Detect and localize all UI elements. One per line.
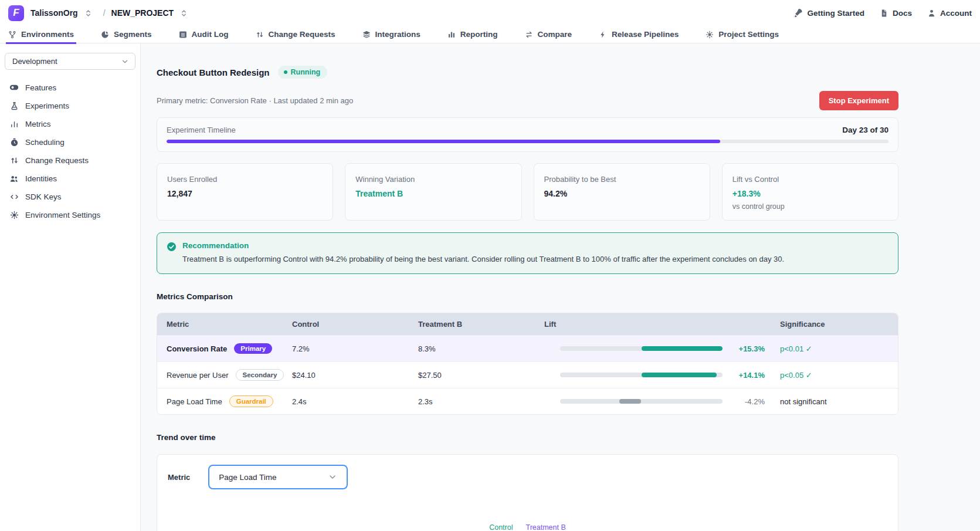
control-value: 2.4s — [292, 397, 418, 406]
stat-card-lift-vs-control: Lift vs Control +18.3% vs control group — [722, 163, 898, 221]
main-content: Checkout Button Redesign Running Primary… — [141, 43, 980, 531]
project-switcher-icon[interactable] — [179, 9, 188, 18]
significance-value: p<0.01 ✓ — [780, 344, 898, 353]
tab-label: Project Settings — [718, 30, 779, 39]
timeline-progress-fill — [167, 140, 720, 143]
top-bar: F TalissonOrg / NEW_PROJECT Getting Star… — [0, 0, 980, 26]
sidebar-item-label: Environment Settings — [25, 211, 100, 219]
gear-icon — [9, 211, 19, 219]
pie-icon — [101, 31, 109, 39]
tab-project-settings[interactable]: Project Settings — [706, 26, 779, 43]
sidebar-item-label: Features — [25, 83, 56, 92]
trend-chart-legend: Control Treatment B — [168, 523, 887, 531]
tab-label: Compare — [538, 30, 572, 39]
chevron-down-icon — [121, 58, 129, 66]
tab-integrations[interactable]: Integrations — [362, 26, 421, 43]
tab-compare[interactable]: Compare — [525, 26, 572, 43]
document-icon — [880, 9, 889, 18]
tab-segments[interactable]: Segments — [101, 26, 152, 43]
timeline-progress-track — [167, 140, 889, 143]
rocket-icon — [794, 8, 803, 18]
stat-label: Lift vs Control — [733, 175, 888, 184]
treatment-value: 8.3% — [418, 344, 544, 353]
sidebar-item-scheduling[interactable]: Scheduling — [5, 133, 135, 151]
tab-reporting[interactable]: Reporting — [447, 26, 498, 43]
getting-started-link[interactable]: Getting Started — [794, 8, 864, 18]
branch-icon — [8, 31, 16, 39]
app-logo[interactable]: F — [8, 5, 24, 21]
stat-label: Winning Variation — [355, 175, 511, 184]
legend-item-treatment-b[interactable]: Treatment B — [525, 523, 565, 531]
column-header-metric: Metric — [167, 320, 292, 329]
environment-selector-value: Development — [12, 57, 57, 66]
project-name[interactable]: NEW_PROJECT — [111, 8, 174, 18]
sidebar-item-label: Identities — [25, 174, 57, 183]
sidebar-item-sdk-keys[interactable]: SDK Keys — [5, 188, 135, 206]
metrics-comparison-heading: Metrics Comparison — [157, 292, 898, 301]
status-badge: Running — [278, 66, 328, 79]
status-dot-icon — [284, 70, 287, 74]
pull-request-icon — [9, 156, 19, 165]
recommendation-body: Treatment B is outperforming Control wit… — [182, 254, 784, 265]
sidebar-item-experiments[interactable]: Experiments — [5, 97, 135, 115]
lift-bar-fill — [642, 346, 723, 351]
org-name[interactable]: TalissonOrg — [30, 8, 78, 18]
control-value: $24.10 — [292, 371, 418, 380]
stat-value: Treatment B — [355, 189, 511, 198]
tab-environments[interactable]: Environments — [8, 26, 74, 43]
metrics-comparison-table: Metric Control Treatment B Lift Signific… — [157, 313, 898, 415]
stat-card-probability-best: Probability to be Best 94.2% — [534, 163, 710, 221]
status-badge-label: Running — [291, 68, 321, 76]
metric-select-dropdown[interactable]: Page Load Time — [208, 465, 348, 489]
tab-release-pipelines[interactable]: Release Pipelines — [599, 26, 679, 43]
guardrail-badge: Guardrail — [229, 395, 273, 407]
account-link[interactable]: Account — [927, 9, 972, 18]
tab-change-requests[interactable]: Change Requests — [256, 26, 335, 43]
stop-experiment-button[interactable]: Stop Experiment — [819, 91, 898, 110]
sidebar-item-label: Change Requests — [25, 156, 89, 165]
lift-value: -4.2% — [723, 397, 780, 406]
list-icon — [179, 31, 187, 39]
breadcrumb-separator: / — [103, 8, 106, 18]
check-circle-icon — [167, 242, 177, 265]
sidebar-item-label: Metrics — [25, 120, 51, 128]
tab-audit-log[interactable]: Audit Log — [179, 26, 229, 43]
table-row[interactable]: Conversion Rate Primary 7.2% 8.3% +15.3%… — [157, 335, 898, 361]
primary-badge: Primary — [234, 343, 272, 354]
layers-icon — [362, 31, 371, 39]
bar-chart-icon — [447, 31, 456, 39]
metric-name: Revenue per User — [167, 371, 229, 380]
chevron-down-icon — [328, 472, 337, 482]
metric-name: Conversion Rate — [167, 344, 227, 353]
metric-picker-label: Metric — [168, 473, 190, 482]
sidebar-item-identities[interactable]: Identities — [5, 170, 135, 188]
table-row[interactable]: Revenue per User Secondary $24.10 $27.50… — [157, 361, 898, 388]
sidebar-item-metrics[interactable]: Metrics — [5, 115, 135, 133]
lightning-icon — [599, 31, 607, 39]
sidebar-nav: Features Experiments Metrics Scheduling — [5, 78, 135, 224]
pull-request-icon — [256, 31, 264, 39]
metric-select-value: Page Load Time — [219, 473, 276, 482]
tab-label: Audit Log — [192, 30, 229, 39]
environment-selector[interactable]: Development — [5, 53, 135, 70]
secondary-badge: Secondary — [236, 369, 284, 381]
tab-label: Reporting — [460, 30, 498, 39]
legend-item-control[interactable]: Control — [489, 523, 513, 531]
experiment-title: Checkout Button Redesign — [157, 67, 270, 77]
sidebar-item-features[interactable]: Features — [5, 78, 135, 97]
recommendation-banner: Recommendation Treatment B is outperform… — [157, 232, 898, 274]
docs-link[interactable]: Docs — [880, 9, 912, 18]
tab-label: Environments — [21, 30, 74, 39]
org-switcher-icon[interactable] — [84, 9, 93, 18]
account-label: Account — [940, 9, 972, 18]
table-row[interactable]: Page Load Time Guardrail 2.4s 2.3s -4.2%… — [157, 388, 898, 414]
sidebar-item-change-requests[interactable]: Change Requests — [5, 151, 135, 170]
stat-subtext: vs control group — [733, 202, 888, 211]
sidebar-item-environment-settings[interactable]: Environment Settings — [5, 206, 135, 224]
column-header-control: Control — [292, 320, 418, 329]
experiment-meta: Primary metric: Conversion Rate · Last u… — [157, 96, 353, 105]
sidebar-item-label: SDK Keys — [25, 192, 62, 201]
stat-cards-row: Users Enrolled 12,847 Winning Variation … — [157, 163, 898, 221]
control-value: 7.2% — [292, 344, 418, 353]
sidebar-item-label: Scheduling — [25, 138, 65, 147]
